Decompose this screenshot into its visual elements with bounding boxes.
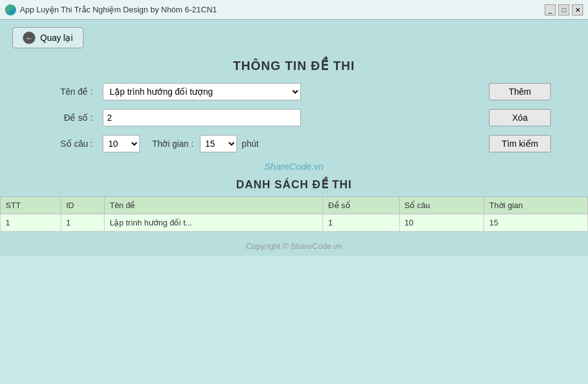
col-stt: STT xyxy=(1,197,61,214)
them-button[interactable]: Thêm xyxy=(489,83,551,100)
ten-de-control: Lập trình hướng đối tượng Cơ sở dữ liệu … xyxy=(103,83,470,100)
de-so-input[interactable] xyxy=(103,109,301,126)
cell-stt: 1 xyxy=(1,214,61,232)
cell-so-cau: 10 xyxy=(399,214,484,232)
sharecode-brand: ShareCode.vn xyxy=(0,161,588,172)
footer-text: Copyright © ShareCode.vn xyxy=(246,242,342,251)
col-thoi-gian: Thời gian xyxy=(484,197,588,214)
de-so-label: Đề số : xyxy=(37,113,93,123)
cell-ten-de: Lập trình hướng đối t... xyxy=(105,214,323,232)
table-area: STT ID Tên đề Đề số Số câu Thời gian 1 1… xyxy=(0,196,588,232)
cell-thoi-gian: 15 xyxy=(484,214,588,232)
maximize-button[interactable]: □ xyxy=(558,4,569,15)
so-cau-label: Số câu : xyxy=(37,139,93,149)
col-de-so: Đề số xyxy=(323,197,399,214)
so-cau-row: Số câu : 10 15 20 25 30 Thời gian : 10 1… xyxy=(37,135,551,152)
main-content: ← Quay lại THÔNG TIN ĐỀ THI Tên đề : Lập… xyxy=(0,20,588,256)
cell-id: 1 xyxy=(61,214,105,232)
col-so-cau: Số câu xyxy=(399,197,484,214)
thoi-gian-select[interactable]: 10 15 20 25 30 45 60 xyxy=(200,135,237,152)
back-button-label: Quay lại xyxy=(40,33,73,43)
de-thi-table: STT ID Tên đề Đề số Số câu Thời gian 1 1… xyxy=(0,196,588,232)
col-ten-de: Tên đề xyxy=(105,197,323,214)
ten-de-row: Tên đề : Lập trình hướng đối tượng Cơ sở… xyxy=(37,83,551,100)
action-buttons-group: Thêm xyxy=(489,83,551,100)
app-icon xyxy=(5,4,16,15)
de-so-row: Đề số : Xóa xyxy=(37,109,551,126)
ten-de-label: Tên đề : xyxy=(37,87,93,97)
minimize-button[interactable]: _ xyxy=(545,4,556,15)
close-button[interactable]: ✕ xyxy=(572,4,583,15)
back-btn-area: ← Quay lại xyxy=(0,20,588,53)
title-bar-title: App Luyện Thi Trắc Nghiệm Design by Nhóm… xyxy=(20,5,217,14)
tim-kiem-button[interactable]: Tìm kiếm xyxy=(489,135,551,152)
title-bar-left: App Luyện Thi Trắc Nghiệm Design by Nhóm… xyxy=(5,4,217,15)
form-section-title: THÔNG TIN ĐỀ THI xyxy=(0,58,588,73)
phut-label: phút xyxy=(242,139,259,149)
title-bar-controls[interactable]: _ □ ✕ xyxy=(545,4,583,15)
table-header-row: STT ID Tên đề Đề số Số câu Thời gian xyxy=(1,197,588,214)
action-buttons-group3: Tìm kiếm xyxy=(489,135,551,152)
de-so-control xyxy=(103,109,470,126)
form-area: Tên đề : Lập trình hướng đối tượng Cơ sở… xyxy=(0,83,588,152)
col-id: ID xyxy=(61,197,105,214)
title-bar: App Luyện Thi Trắc Nghiệm Design by Nhóm… xyxy=(0,0,588,20)
footer: Copyright © ShareCode.vn xyxy=(0,232,588,256)
back-button[interactable]: ← Quay lại xyxy=(12,27,84,48)
cell-de-so: 1 xyxy=(323,214,399,232)
so-cau-select[interactable]: 10 15 20 25 30 xyxy=(103,135,140,152)
thoi-gian-label: Thời gian : xyxy=(152,139,194,149)
table-row[interactable]: 1 1 Lập trình hướng đối t... 1 10 15 xyxy=(1,214,588,232)
danh-sach-title: DANH SÁCH ĐỀ THI xyxy=(0,178,588,191)
back-icon: ← xyxy=(23,32,35,44)
ten-de-select[interactable]: Lập trình hướng đối tượng Cơ sở dữ liệu … xyxy=(103,83,301,100)
so-cau-control: 10 15 20 25 30 Thời gian : 10 15 20 25 3… xyxy=(103,135,470,152)
xoa-button[interactable]: Xóa xyxy=(489,109,551,126)
action-buttons-group2: Xóa xyxy=(489,109,551,126)
